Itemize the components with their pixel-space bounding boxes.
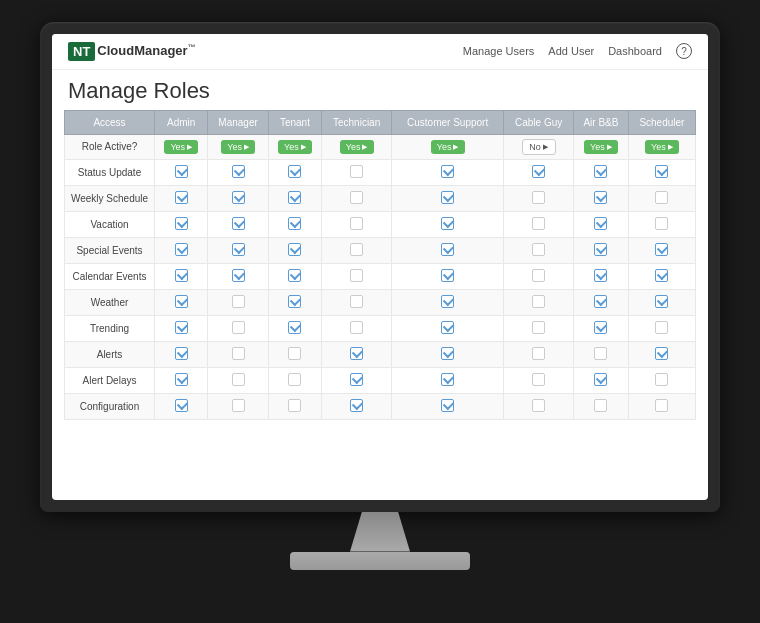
checkbox-checked[interactable]: [594, 217, 607, 230]
checkbox-checked[interactable]: [594, 373, 607, 386]
checkbox-cell[interactable]: [504, 211, 574, 237]
checkbox-cell[interactable]: [504, 367, 574, 393]
checkbox-checked[interactable]: [175, 295, 188, 308]
checkbox-checked[interactable]: [175, 373, 188, 386]
role-active-cell[interactable]: Yes: [208, 134, 268, 159]
checkbox-checked[interactable]: [655, 269, 668, 282]
checkbox-cell[interactable]: [268, 341, 321, 367]
checkbox-cell[interactable]: [268, 393, 321, 419]
checkbox-checked[interactable]: [441, 243, 454, 256]
checkbox-unchecked[interactable]: [232, 347, 245, 360]
checkbox-cell[interactable]: [628, 185, 695, 211]
checkbox-cell[interactable]: [504, 159, 574, 185]
checkbox-cell[interactable]: [392, 237, 504, 263]
checkbox-cell[interactable]: [268, 315, 321, 341]
checkbox-checked[interactable]: [288, 295, 301, 308]
checkbox-checked[interactable]: [232, 165, 245, 178]
checkbox-unchecked[interactable]: [350, 217, 363, 230]
checkbox-unchecked[interactable]: [232, 295, 245, 308]
checkbox-checked[interactable]: [655, 347, 668, 360]
checkbox-cell[interactable]: [155, 341, 208, 367]
checkbox-checked[interactable]: [532, 165, 545, 178]
checkbox-cell[interactable]: [155, 289, 208, 315]
checkbox-checked[interactable]: [594, 321, 607, 334]
role-active-cell[interactable]: Yes: [392, 134, 504, 159]
checkbox-checked[interactable]: [288, 217, 301, 230]
checkbox-cell[interactable]: [268, 159, 321, 185]
checkbox-cell[interactable]: [392, 185, 504, 211]
checkbox-cell[interactable]: [574, 185, 629, 211]
checkbox-cell[interactable]: [392, 393, 504, 419]
checkbox-checked[interactable]: [288, 243, 301, 256]
checkbox-unchecked[interactable]: [594, 399, 607, 412]
checkbox-cell[interactable]: [392, 341, 504, 367]
checkbox-unchecked[interactable]: [655, 191, 668, 204]
checkbox-checked[interactable]: [594, 191, 607, 204]
checkbox-cell[interactable]: [392, 289, 504, 315]
checkbox-cell[interactable]: [574, 289, 629, 315]
checkbox-cell[interactable]: [155, 211, 208, 237]
checkbox-cell[interactable]: [322, 237, 392, 263]
checkbox-checked[interactable]: [288, 269, 301, 282]
checkbox-cell[interactable]: [574, 263, 629, 289]
checkbox-unchecked[interactable]: [288, 373, 301, 386]
checkbox-cell[interactable]: [208, 185, 268, 211]
checkbox-unchecked[interactable]: [655, 217, 668, 230]
checkbox-cell[interactable]: [208, 367, 268, 393]
checkbox-cell[interactable]: [208, 159, 268, 185]
checkbox-unchecked[interactable]: [232, 399, 245, 412]
checkbox-checked[interactable]: [655, 165, 668, 178]
checkbox-unchecked[interactable]: [532, 217, 545, 230]
checkbox-unchecked[interactable]: [350, 321, 363, 334]
checkbox-cell[interactable]: [268, 289, 321, 315]
checkbox-unchecked[interactable]: [532, 399, 545, 412]
checkbox-checked[interactable]: [441, 399, 454, 412]
checkbox-cell[interactable]: [504, 237, 574, 263]
checkbox-checked[interactable]: [441, 373, 454, 386]
role-active-cell[interactable]: Yes: [322, 134, 392, 159]
role-active-cell[interactable]: Yes: [574, 134, 629, 159]
checkbox-checked[interactable]: [175, 269, 188, 282]
checkbox-checked[interactable]: [441, 269, 454, 282]
checkbox-cell[interactable]: [268, 237, 321, 263]
role-active-cell[interactable]: No: [504, 134, 574, 159]
checkbox-unchecked[interactable]: [594, 347, 607, 360]
checkbox-checked[interactable]: [175, 217, 188, 230]
yes-button[interactable]: Yes: [278, 140, 312, 154]
checkbox-cell[interactable]: [504, 289, 574, 315]
checkbox-cell[interactable]: [392, 263, 504, 289]
checkbox-cell[interactable]: [268, 263, 321, 289]
checkbox-cell[interactable]: [322, 393, 392, 419]
checkbox-cell[interactable]: [155, 315, 208, 341]
checkbox-checked[interactable]: [441, 217, 454, 230]
yes-button[interactable]: Yes: [584, 140, 618, 154]
checkbox-checked[interactable]: [175, 321, 188, 334]
checkbox-cell[interactable]: [322, 211, 392, 237]
checkbox-cell[interactable]: [208, 393, 268, 419]
role-active-cell[interactable]: Yes: [268, 134, 321, 159]
checkbox-cell[interactable]: [208, 237, 268, 263]
checkbox-cell[interactable]: [392, 315, 504, 341]
checkbox-unchecked[interactable]: [532, 321, 545, 334]
checkbox-checked[interactable]: [175, 399, 188, 412]
checkbox-unchecked[interactable]: [288, 399, 301, 412]
checkbox-cell[interactable]: [322, 367, 392, 393]
checkbox-cell[interactable]: [208, 211, 268, 237]
checkbox-checked[interactable]: [350, 347, 363, 360]
checkbox-checked[interactable]: [288, 321, 301, 334]
checkbox-checked[interactable]: [441, 321, 454, 334]
checkbox-cell[interactable]: [268, 211, 321, 237]
checkbox-cell[interactable]: [155, 159, 208, 185]
checkbox-unchecked[interactable]: [350, 191, 363, 204]
checkbox-checked[interactable]: [441, 347, 454, 360]
dashboard-link[interactable]: Dashboard: [608, 45, 662, 57]
checkbox-unchecked[interactable]: [350, 295, 363, 308]
checkbox-unchecked[interactable]: [655, 373, 668, 386]
checkbox-cell[interactable]: [322, 289, 392, 315]
checkbox-checked[interactable]: [441, 191, 454, 204]
yes-button[interactable]: Yes: [164, 140, 198, 154]
checkbox-cell[interactable]: [628, 341, 695, 367]
role-active-cell[interactable]: Yes: [155, 134, 208, 159]
checkbox-cell[interactable]: [574, 341, 629, 367]
manage-users-link[interactable]: Manage Users: [463, 45, 535, 57]
